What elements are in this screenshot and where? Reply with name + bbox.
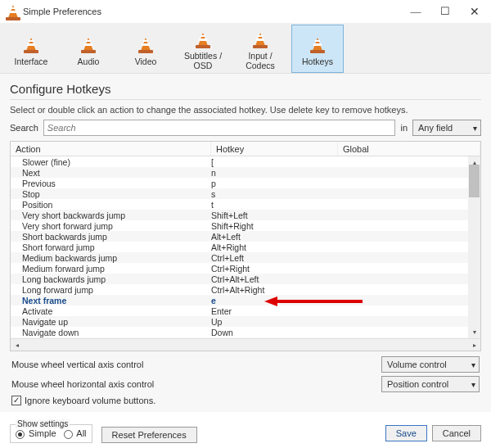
table-row[interactable]: Medium backwards jumpCtrl+Left [11,252,480,263]
ignore-kbd-label: Ignore keyboard volume buttons. [25,396,155,405]
cone-icon [306,33,329,56]
tab-subtitles-osd[interactable]: Subtitles / OSD [177,25,229,73]
app-icon [5,5,18,18]
close-button[interactable]: ✕ [460,0,489,23]
scrollbar-horizontal[interactable]: ◂ ▸ [11,338,480,351]
window-title: Simple Preferences [23,7,401,16]
radio-all-label: All [76,428,86,438]
table-row[interactable]: Long forward jumpCtrl+Alt+Right [11,284,480,295]
table-row[interactable]: Long backwards jumpCtrl+Alt+Left [11,274,480,284]
table-header: Action Hotkey Global [11,142,480,156]
table-row[interactable]: Very short forward jumpShift+Right [11,220,480,231]
hotkey-table: Action Hotkey Global Slower (fine)[Nextn… [10,141,481,351]
col-action[interactable]: Action [11,142,211,156]
col-global[interactable]: Global [338,142,480,156]
tab-input-codecs[interactable]: Input / Codecs [234,25,286,73]
minimize-button[interactable]: — [401,0,430,23]
maximize-button[interactable]: ☐ [430,0,460,23]
scrollbar-vertical[interactable]: ▴ ▾ [468,156,480,338]
table-row[interactable]: ActivateEnter [11,305,480,316]
col-hotkey[interactable]: Hotkey [211,142,338,156]
cancel-button[interactable]: Cancel [432,425,481,441]
table-row[interactable]: Medium forward jumpCtrl+Right [11,263,480,274]
table-row[interactable]: Navigate upUp [11,316,480,327]
search-in-label: in [400,123,408,133]
table-row[interactable]: Navigate downDown [11,327,480,337]
table-row[interactable]: Next framee [11,295,480,305]
mouse-vertical-label: Mouse wheel vertical axis control [11,360,143,369]
cone-icon [134,33,157,56]
options-area: Mouse wheel vertical axis control Volume… [10,351,481,407]
table-row[interactable]: Very short backwards jumpShift+Left [11,210,480,220]
scroll-left-icon[interactable]: ◂ [11,339,23,351]
tab-hotkeys[interactable]: Hotkeys [291,25,344,73]
show-settings-legend: Show settings [16,419,70,428]
table-row[interactable]: Previousp [11,178,480,188]
show-settings-group: Show settings Simple All [10,424,92,443]
save-button[interactable]: Save [385,425,427,441]
tab-audio[interactable]: Audio [62,25,115,73]
search-scope-select[interactable]: Any field [412,120,481,136]
titlebar: Simple Preferences — ☐ ✕ [0,0,491,23]
table-row[interactable]: Slower (fine)[ [11,156,480,167]
tab-bar: InterfaceAudioVideoSubtitles / OSDInput … [0,23,491,74]
table-row[interactable]: Positiont [11,199,480,210]
tab-video[interactable]: Video [119,25,172,73]
table-row[interactable]: Nextn [11,167,480,178]
scroll-right-icon[interactable]: ▸ [468,339,480,351]
table-row[interactable]: Stops [11,188,480,199]
table-row[interactable]: Short backwards jumpAlt+Left [11,231,480,242]
search-row: Search in Any field [10,120,481,136]
scroll-thumb[interactable] [469,165,480,197]
search-input[interactable] [43,120,396,136]
mouse-horizontal-label: Mouse wheel horizontal axis control [11,379,154,389]
search-label: Search [10,123,38,133]
scroll-down-icon[interactable]: ▾ [468,326,480,338]
content-area: Configure Hotkeys Select or double click… [0,74,491,412]
mouse-vertical-select[interactable]: Volume control [381,356,480,373]
footer: Show settings Simple All Reset Preferenc… [10,424,481,443]
cone-icon [191,29,214,50]
radio-simple[interactable] [16,430,25,439]
hint-text: Select or double click an action to chan… [10,105,481,115]
table-body: Slower (fine)[NextnPreviouspStopsPositio… [11,156,480,338]
cone-icon [77,33,100,56]
section-title: Configure Hotkeys [10,82,481,100]
reset-preferences-button[interactable]: Reset Preferences [101,427,197,443]
radio-simple-label: Simple [29,428,56,438]
cone-icon [20,33,43,56]
tab-interface[interactable]: Interface [5,25,57,73]
table-row[interactable]: Short forward jumpAlt+Right [11,242,480,252]
mouse-horizontal-select[interactable]: Position control [381,376,480,392]
radio-all[interactable] [64,430,73,439]
cone-icon [249,29,272,50]
ignore-kbd-checkbox[interactable]: ✓ [11,396,21,405]
